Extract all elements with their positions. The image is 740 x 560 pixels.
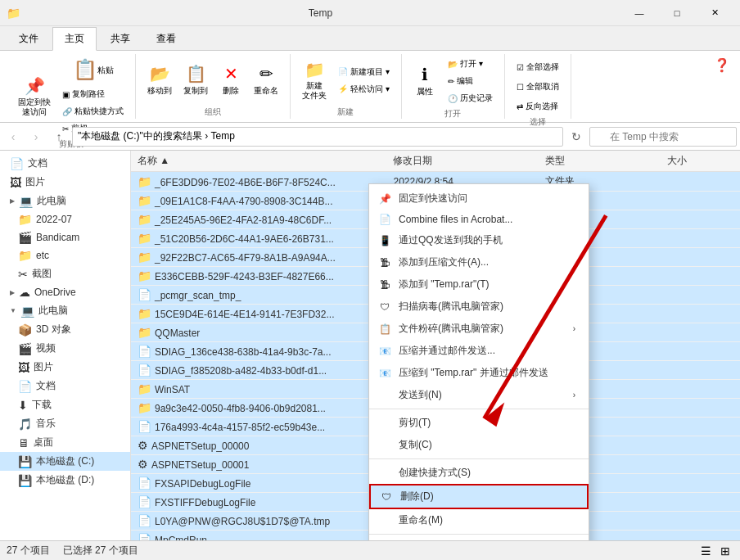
open-button[interactable]: 📂 打开 ▾ [443, 56, 498, 72]
context-menu-item[interactable]: 🗜 添加到 "Temp.rar"(T) [369, 273, 589, 296]
col-header-name[interactable]: 名称 ▲ [131, 151, 386, 172]
history-button[interactable]: 🕐 历史记录 [443, 90, 498, 106]
sidebar-item-bandicam[interactable]: 🎬 Bandicam [0, 228, 130, 246]
context-menu-item[interactable]: 📧 压缩并通过邮件发送... [369, 340, 589, 362]
file-name-cell: 📄L0YA@PNW@RGCJ8U$1D7$@TA.tmp [131, 512, 386, 531]
copy-to-button[interactable]: 📋 复制到 [178, 56, 213, 105]
3d-icon: 📦 [18, 323, 32, 336]
refresh-button[interactable]: ↻ [566, 127, 586, 147]
address-path[interactable]: "本地磁盘 (C:)"中的搜索结果 › Temp [72, 127, 563, 147]
file-type-icon: 📁 [138, 213, 151, 226]
help-icon-wrapper[interactable]: ❓ [711, 54, 733, 76]
sidebar-item-pictures2[interactable]: 🖼 图片 [0, 358, 130, 377]
open-buttons: ℹ 属性 📂 打开 ▾ ✏ 编辑 🕐 历史记录 [408, 56, 498, 106]
up-button[interactable]: ↑ [49, 127, 69, 147]
c-drive-icon: 💾 [18, 455, 32, 468]
new-item-icon: 📄 [338, 67, 348, 76]
screenshot-icon: ✂ [18, 268, 28, 281]
context-menu-item[interactable]: 📱 通过QQ发送到我的手机 [369, 229, 589, 251]
list-view-button[interactable]: ☰ [697, 543, 714, 559]
context-menu-item[interactable]: 🗜 添加到压缩文件(A)... [369, 251, 589, 273]
rename-button[interactable]: ✏ 重命名 [249, 56, 283, 105]
file-name-cell: 📄176a4993-4c4a-4157-85f2-ec59b43e... [131, 418, 386, 436]
context-menu-item[interactable]: 复制(C) [369, 434, 589, 456]
pin-quick-access-button[interactable]: 📌 固定到快速访问 [13, 72, 56, 121]
tab-file[interactable]: 文件 [7, 27, 51, 50]
context-menu-item[interactable]: 剪切(T) [369, 412, 589, 434]
search-input[interactable] [589, 127, 737, 147]
menu-separator [369, 458, 589, 459]
sidebar-item-docs2[interactable]: 📄 文档 [0, 377, 130, 395]
context-menu-item[interactable]: 重命名(M) [369, 509, 589, 531]
sidebar-item-3d[interactable]: 📦 3D 对象 [0, 320, 130, 339]
file-name-cell: 📁_92F22BC7-AC65-4F79-8A1B-A9A94A... [131, 248, 386, 267]
new-item-button[interactable]: 📄 新建项目 ▾ [333, 64, 395, 80]
forward-button[interactable]: › [26, 127, 46, 147]
ribbon-tabs: 文件 主页 共享 查看 [0, 26, 740, 51]
sidebar-item-documents[interactable]: 📄 文档 [0, 154, 130, 173]
sidebar-item-downloads[interactable]: ⬇ 下载 [0, 395, 130, 414]
select-all-button[interactable]: ☑ 全部选择 [512, 59, 564, 75]
context-menu-item[interactable]: 创建快捷方式(S) [369, 462, 589, 484]
documents-icon: 📄 [10, 157, 24, 170]
menu-item-label: 文件粉碎(腾讯电脑管家) [399, 322, 503, 336]
sidebar-item-screenshot[interactable]: ✂ 截图 [0, 264, 130, 283]
context-menu-item[interactable]: 发送到(N) › [369, 384, 589, 406]
file-size-cell [661, 493, 740, 512]
context-menu-item[interactable]: 📋 文件粉碎(腾讯电脑管家) › [369, 318, 589, 340]
context-menu-item[interactable]: 属性(R) [369, 537, 589, 540]
col-header-size[interactable]: 大小 [661, 151, 740, 172]
invert-selection-button[interactable]: ⇄ 反向选择 [512, 98, 564, 115]
deselect-all-button[interactable]: ☐ 全部取消 [512, 79, 564, 95]
menu-item-icon: 🗜 [377, 279, 392, 291]
sidebar-item-this-pc[interactable]: ▶ 💻 此电脑 [0, 192, 130, 210]
tab-home[interactable]: 主页 [52, 27, 97, 51]
tab-view[interactable]: 查看 [144, 27, 188, 50]
sidebar-item-c-drive[interactable]: 💾 本地磁盘 (C:) [0, 452, 130, 471]
sidebar-item-pictures[interactable]: 🖼 图片 [0, 173, 130, 192]
minimize-button[interactable]: — [620, 0, 658, 26]
back-button[interactable]: ‹ [3, 127, 23, 147]
folder-icon: 📁 [7, 7, 20, 20]
path-text: "本地磁盘 (C:)"中的搜索结果 › Temp [78, 129, 235, 143]
sidebar-item-label: 文档 [28, 156, 124, 170]
help-icon: ❓ [714, 58, 730, 72]
sidebar-item-music[interactable]: 🎵 音乐 [0, 414, 130, 433]
grid-view-button[interactable]: ⊞ [717, 543, 733, 559]
sidebar-item-this-pc-2[interactable]: ▼ 💻 此电脑 [0, 301, 130, 320]
properties-button[interactable]: ℹ 属性 [408, 56, 441, 106]
menu-item-label: 复制(C) [399, 438, 432, 452]
sidebar-item-video[interactable]: 🎬 视频 [0, 339, 130, 358]
sidebar-item-onedrive[interactable]: ▶ ☁ OneDrive [0, 283, 130, 301]
context-menu-item[interactable]: 📧 压缩到 "Temp.rar" 并通过邮件发送 [369, 362, 589, 384]
new-folder-button[interactable]: 📁 新建文件夹 [297, 56, 332, 105]
maximize-button[interactable]: □ [658, 0, 696, 26]
file-type-icon: ⚙ [138, 439, 148, 452]
copy-path-button[interactable]: ▣ 复制路径 [57, 86, 129, 102]
file-name-cell: 📄FXSAPIDebugLogFile [131, 474, 386, 493]
file-type-icon: 📄 [138, 533, 151, 540]
move-to-button[interactable]: 📂 移动到 [142, 56, 177, 105]
context-menu-item[interactable]: 📌 固定到快速访问 [369, 187, 589, 210]
col-header-type[interactable]: 类型 [539, 151, 661, 172]
paste-shortcut-button[interactable]: 🔗 粘贴快捷方式 [57, 103, 129, 120]
sidebar-item-etc[interactable]: 📁 etc [0, 246, 130, 264]
edit-button[interactable]: ✏ 编辑 [443, 73, 498, 89]
context-menu-item[interactable]: 📄 Combine files in Acrobat... [369, 210, 589, 229]
delete-ribbon-button[interactable]: ✕ 删除 [214, 56, 247, 105]
menu-separator [369, 534, 589, 535]
context-menu-item[interactable]: 🛡 扫描病毒(腾讯电脑管家) [369, 296, 589, 318]
tab-share[interactable]: 共享 [98, 27, 142, 50]
sidebar-item-d-drive[interactable]: 💾 本地磁盘 (D:) [0, 471, 130, 490]
paste-button[interactable]: 📋 粘贴 [57, 56, 129, 85]
easy-access-button[interactable]: ⚡ 轻松访问 ▾ [333, 81, 395, 97]
menu-item-icon: 📄 [377, 214, 392, 225]
sidebar-item-desktop[interactable]: 🖥 桌面 [0, 433, 130, 452]
sidebar-item-2022-07[interactable]: 📁 2022-07 [0, 210, 130, 228]
close-button[interactable]: ✕ [696, 0, 733, 26]
this-pc-2-icon: 💻 [20, 305, 34, 318]
arrow-icon: ▼ [10, 307, 16, 314]
col-header-date[interactable]: 修改日期 [386, 151, 539, 172]
context-menu-item[interactable]: 🛡 删除(D) [369, 484, 589, 509]
this-pc-icon: 💻 [19, 195, 33, 208]
